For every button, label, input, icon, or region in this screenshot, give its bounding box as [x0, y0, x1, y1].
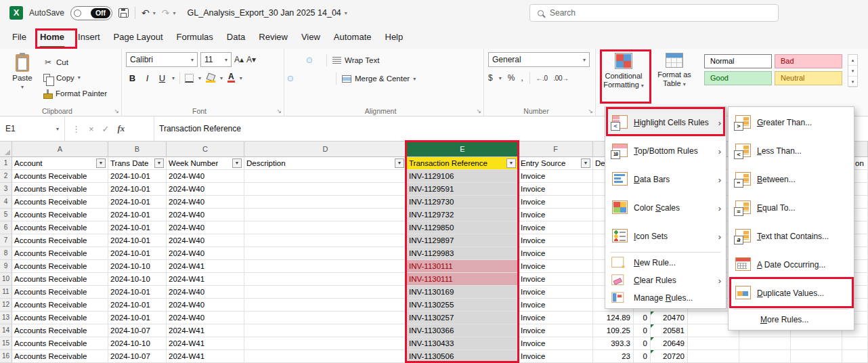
cell-C6[interactable]: 2024-W40 [167, 221, 244, 234]
title-dropdown-icon[interactable]: ▾ [345, 10, 347, 16]
cell-B2[interactable]: 2024-10-01 [108, 170, 167, 183]
cell-B8[interactable]: 2024-10-01 [108, 247, 167, 260]
gallery-down-icon[interactable]: ▾ [848, 66, 857, 77]
cell-K15[interactable] [739, 337, 791, 350]
cut-button[interactable]: ✂ Cut [43, 55, 107, 69]
cf-menu-item-new-rule[interactable]: New Rule... [607, 254, 724, 272]
cell-C15[interactable]: 2024-W41 [167, 337, 244, 350]
cell-B12[interactable]: 2024-10-01 [108, 299, 167, 312]
field-header-trans-date[interactable]: Trans Date▼ [108, 157, 167, 170]
cell-D6[interactable] [244, 221, 407, 234]
cell-A5[interactable]: Accounts Receivable [12, 209, 108, 221]
cell-D2[interactable] [244, 170, 407, 183]
cell-D9[interactable] [244, 260, 407, 273]
tab-page-layout[interactable]: Page Layout [107, 26, 170, 49]
tab-formulas[interactable]: Formulas [170, 26, 220, 49]
cell-A6[interactable]: Accounts Receivable [12, 221, 108, 234]
cell-C16[interactable]: 2024-W41 [167, 350, 244, 363]
cell-A10[interactable]: Accounts Receivable [12, 273, 108, 286]
comma-style-button[interactable]: , [521, 73, 523, 83]
cell-B3[interactable]: 2024-10-01 [108, 183, 167, 196]
cell-G14[interactable]: 109.25 [593, 324, 634, 337]
enter-icon[interactable]: ✓ [102, 124, 110, 134]
align-right-button[interactable] [307, 77, 311, 81]
paste-button[interactable]: Paste ▾ [4, 52, 41, 105]
row-header-16[interactable]: 16 [0, 350, 12, 363]
cell-B10[interactable]: 2024-10-10 [108, 273, 167, 286]
middle-align-button[interactable] [298, 58, 302, 62]
cf-menu-item-data-bars[interactable]: Data Bars› [607, 165, 724, 194]
cell-D3[interactable] [244, 183, 407, 196]
cancel-icon[interactable]: × [89, 124, 94, 134]
cell-K16[interactable] [739, 350, 791, 363]
cf-menu-item-manage-rules[interactable]: Manage Rules... [607, 289, 724, 307]
conditional-formatting-button[interactable]: Conditional Formatting ▾ [600, 53, 647, 105]
font-dialog-launcher[interactable]: ↘ [276, 108, 282, 114]
cell-A11[interactable]: Accounts Receivable [12, 286, 108, 299]
undo-icon[interactable]: ↶ [142, 7, 150, 18]
decrease-decimal-button[interactable]: .00→ [554, 74, 569, 82]
hcr-menu-item-text-that-contains[interactable]: Text that Contains... [730, 222, 852, 251]
cell-A13[interactable]: Accounts Receivable [12, 312, 108, 324]
merge-dropdown-icon[interactable]: ▾ [413, 76, 416, 82]
top-align-button[interactable] [288, 58, 292, 62]
cell-M15[interactable] [842, 337, 868, 350]
cf-menu-item-clear-rules[interactable]: Clear Rules› [607, 272, 724, 289]
cell-B9[interactable]: 2024-10-10 [108, 260, 167, 273]
autosave-toggle[interactable]: Off [70, 6, 112, 20]
cell-H14[interactable]: 0 [634, 324, 651, 337]
cell-B15[interactable]: 2024-10-10 [108, 337, 167, 350]
shrink-font-button[interactable]: A▾ [246, 55, 256, 64]
cell-D16[interactable] [244, 350, 407, 363]
cell-style-normal[interactable]: Normal [704, 54, 772, 68]
cell-I15[interactable]: 20649 [651, 337, 688, 350]
save-icon[interactable] [118, 8, 129, 18]
cell-I14[interactable]: 20581 [651, 324, 688, 337]
cell-F15[interactable]: Invoice [519, 337, 593, 350]
format-painter-button[interactable]: Format Painter [43, 86, 107, 100]
cell-H13[interactable]: 0 [634, 312, 651, 324]
cell-F8[interactable]: Invoice [519, 247, 593, 260]
cell-D5[interactable] [244, 209, 407, 221]
insert-function-icon[interactable]: fx [118, 123, 125, 134]
hcr-menu-item-between[interactable]: Between... [730, 165, 852, 194]
column-header-C[interactable]: C [167, 142, 244, 157]
select-all-button[interactable] [0, 142, 12, 157]
field-header-transaction-reference[interactable]: Transaction Reference▼ [407, 157, 519, 170]
cell-F9[interactable]: Invoice [519, 260, 593, 273]
row-header-14[interactable]: 14 [0, 324, 12, 337]
cf-menu-item-top-bottom-rules[interactable]: Top/Bottom Rules› [607, 137, 724, 165]
cell-L15[interactable] [791, 337, 842, 350]
cell-D11[interactable] [244, 286, 407, 299]
cell-C7[interactable]: 2024-W40 [167, 234, 244, 247]
cf-menu-item-color-scales[interactable]: Color Scales› [607, 194, 724, 222]
cell-D7[interactable] [244, 234, 407, 247]
filter-button-b[interactable]: ▼ [154, 158, 164, 168]
cf-menu-item-highlight-cells-rules[interactable]: Highlight Cells Rules› [607, 108, 724, 137]
cell-E8[interactable]: INV-1129983 [407, 247, 519, 260]
row-header-10[interactable]: 10 [0, 273, 12, 286]
cell-F13[interactable]: Invoice [519, 312, 593, 324]
cell-C10[interactable]: 2024-W41 [167, 273, 244, 286]
cell-B16[interactable]: 2024-10-07 [108, 350, 167, 363]
font-color-dropdown-icon[interactable]: ▾ [240, 75, 242, 81]
cell-E13[interactable]: INV-1130257 [407, 312, 519, 324]
cell-B6[interactable]: 2024-10-01 [108, 221, 167, 234]
cell-A8[interactable]: Accounts Receivable [12, 247, 108, 260]
cell-F12[interactable]: Invoice [519, 299, 593, 312]
redo-icon[interactable]: ↷ [162, 7, 170, 18]
fill-color-icon[interactable] [206, 74, 215, 83]
number-dialog-launcher[interactable]: ↘ [588, 108, 593, 114]
cell-F5[interactable]: Invoice [519, 209, 593, 221]
hcr-menu-item-less-than[interactable]: Less Than... [730, 137, 852, 165]
cell-F14[interactable]: Invoice [519, 324, 593, 337]
currency-dropdown-icon[interactable]: ▾ [499, 75, 502, 81]
cell-C9[interactable]: 2024-W41 [167, 260, 244, 273]
cell-E7[interactable]: INV-1129897 [407, 234, 519, 247]
cell-L16[interactable] [791, 350, 842, 363]
cell-C12[interactable]: 2024-W40 [167, 299, 244, 312]
cell-C2[interactable]: 2024-W40 [167, 170, 244, 183]
redo-dropdown-icon[interactable]: ▾ [173, 10, 176, 16]
cell-A14[interactable]: Accounts Receivable [12, 324, 108, 337]
cell-E9[interactable]: INV-1130111 [407, 260, 519, 273]
